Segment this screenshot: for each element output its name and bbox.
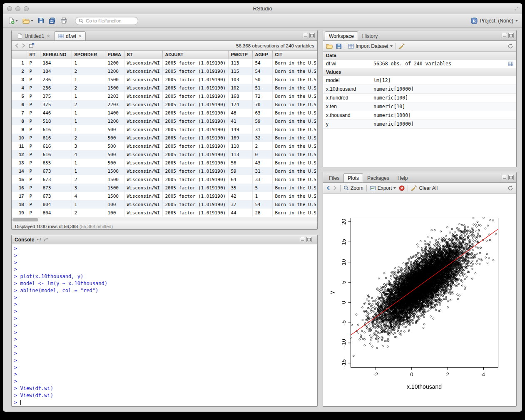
popout-window-button[interactable] [29,43,35,48]
maximize-pane-button[interactable] [306,237,312,242]
table-cell: 2 [72,134,105,142]
console-line: > [14,371,315,378]
tab-files[interactable]: Files [325,173,343,182]
workspace-item-x-10thousand[interactable]: x.10thousandnumeric[10000] [323,85,516,94]
table-cell: Wisconsin/WI [124,67,162,75]
open-file-button[interactable] [21,17,35,25]
table-row: 19P8042100Wisconsin/WI2005 factor (1.019… [12,209,317,217]
minimize-button[interactable] [15,6,20,11]
next-plot-button[interactable] [333,186,337,190]
workspace-item-x-thousand[interactable]: x.thousandnumeric[1000] [323,111,516,120]
tab-help[interactable]: Help [393,173,412,182]
table-cell: 2005 factor (1.019190) [162,200,228,209]
titlebar: RStudio [3,3,522,14]
goto-file-input[interactable] [86,18,132,23]
clear-workspace-button[interactable] [399,43,405,49]
table-cell: Wisconsin/WI [124,75,162,84]
table-cell: Born in the U.S [272,175,317,184]
close-button[interactable] [7,6,12,11]
toolbar-separator [340,185,341,191]
table-cell: Wisconsin/WI [124,150,162,159]
left-column: Untitled1×df.wi× 56 [11,30,318,407]
table-cell: Wisconsin/WI [124,125,162,134]
r-script-icon [17,33,22,39]
save-workspace-button[interactable] [336,43,342,49]
view-data-icon[interactable] [508,62,513,66]
scrollbar-thumb[interactable] [12,218,38,221]
table-cell: 64 [228,175,252,184]
rows-displayed-text: Displayed 1000 rows of 56,368 [15,224,78,229]
new-file-button[interactable] [7,17,19,25]
minimize-pane-button[interactable] [303,33,308,38]
table-row: 12P6164500Wisconsin/WI2005 factor (1.019… [12,150,317,159]
table-cell: Wisconsin/WI [124,175,162,184]
minimize-pane-button[interactable] [502,33,507,38]
table-cell: P [27,159,40,167]
workspace-item-x-ten[interactable]: x.tennumeric[10] [323,102,516,111]
object-value: numeric[100] [373,95,513,101]
workspace-toolbar: Import Dataset [323,41,516,52]
table-cell: 673 [40,184,72,192]
tab-packages[interactable]: Packages [363,173,393,182]
nav-forward-button[interactable] [22,43,26,48]
remove-plot-button[interactable] [399,185,405,191]
zoom-button[interactable] [24,6,29,11]
project-menu-button[interactable]: R Project: (None) [471,17,518,24]
tab-close-icon[interactable]: × [79,33,82,39]
table-cell: Born in the U.S [272,150,317,159]
table-cell: Born in the U.S [272,200,317,209]
clear-all-plots-button[interactable]: Clear All [411,185,438,191]
plots-toolbar: Zoom Export [323,183,516,194]
table-cell: 1 [72,125,105,134]
import-dataset-button[interactable]: Import Dataset [348,43,393,49]
table-cell: 673 [40,192,72,200]
tab-label: Packages [367,175,389,181]
console-output[interactable]: >>>>> plot(x.10thousand, y)> model <- lm… [12,244,317,406]
export-plot-button[interactable]: Export [370,185,396,191]
object-value: numeric[10000] [373,121,513,127]
tab-close-icon[interactable]: × [47,33,50,39]
console-line: > [14,315,315,322]
table-cell: 2203 [105,92,124,100]
traffic-lights [7,6,29,11]
tab-workspace[interactable]: Workspace [325,31,358,40]
refresh-workspace-button[interactable] [508,43,513,49]
table-cell: 2005 factor (1.019190) [162,92,228,100]
table-cell: 103 [228,75,252,84]
table-cell: 54 [252,200,272,209]
maximize-pane-button[interactable] [508,33,514,38]
table-row: 2P18421200Wisconsin/WI2005 factor (1.019… [12,67,317,75]
goto-directory-icon[interactable] [44,238,49,242]
maximize-pane-button[interactable] [309,33,315,38]
previous-plot-button[interactable] [326,186,330,190]
nav-back-button[interactable] [15,43,19,48]
tab-history[interactable]: History [358,31,382,40]
console-header: Console ~/ [12,235,317,244]
minimize-pane-button[interactable] [300,237,305,242]
table-cell: 1 [72,75,105,84]
load-workspace-button[interactable] [326,43,333,49]
maximize-pane-button[interactable] [508,175,514,180]
zoom-plot-button[interactable]: Zoom [343,185,363,191]
minimize-pane-button[interactable] [502,175,507,180]
table-cell: 236 [40,84,72,92]
tab-plots[interactable]: Plots [343,173,363,182]
workspace-item-x-hundred[interactable]: x.hundrednumeric[100] [323,94,516,102]
refresh-plot-button[interactable] [508,185,513,191]
table-cell: 100 [105,200,124,209]
tab-df-wi[interactable]: df.wi× [54,31,86,40]
row-number: 9 [12,125,27,134]
fullscreen-icon[interactable] [514,6,519,11]
save-button[interactable] [37,17,45,25]
workspace-item-df-wi[interactable]: df.wi56368 obs. of 240 variables [323,60,516,68]
table-cell: 51 [252,84,272,92]
table-cell: Born in the U.S [272,192,317,200]
print-button[interactable] [59,17,69,25]
workspace-item-model[interactable]: modellm[12] [323,76,516,85]
object-name: model [326,77,372,83]
workspace-item-y[interactable]: ynumeric[10000] [323,120,516,129]
horizontal-scrollbar[interactable] [12,217,317,222]
table-cell: 2005 factor (1.019190) [162,84,228,92]
save-all-button[interactable] [47,17,57,25]
tab-untitled1[interactable]: Untitled1× [13,31,54,40]
